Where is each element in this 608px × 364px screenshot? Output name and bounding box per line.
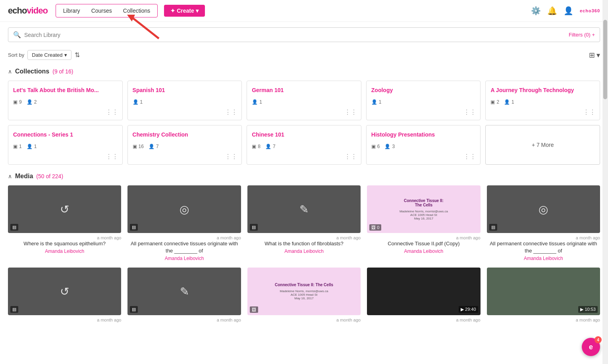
media-card[interactable]: ✎ ▤ a month ago What is the function of … <box>247 185 361 261</box>
collection-name: Chinese 101 <box>252 131 356 138</box>
media-author: Amanda Leibovich <box>8 248 121 254</box>
header: echovideo Library Courses Collections ✦ … <box>0 0 608 22</box>
card-menu-icon[interactable]: ⋮⋮ <box>344 108 357 116</box>
grid-toggle[interactable]: ⊞ ▾ <box>589 51 600 60</box>
video-icon: ▣ <box>371 144 376 149</box>
media-card[interactable]: ◎ ▤ a month ago All permanent connective… <box>487 185 600 261</box>
media-card[interactable]: Connective Tissue II:The Cells Madeleine… <box>367 185 480 261</box>
media-card[interactable]: ↺ ▤ a month ago Where is the squamous ep… <box>8 185 121 261</box>
user-icon[interactable]: 👤 <box>564 6 573 15</box>
nav-collections[interactable]: Collections <box>118 6 155 15</box>
media-title: What is the function of fibroblasts? <box>247 240 361 247</box>
collection-card[interactable]: Chinese 101 ▣ 8 👤 7 ⋮⋮ <box>247 125 361 165</box>
main-content: ∧ Collections (9 of 16) Let's Talk About… <box>0 68 608 322</box>
collection-meta: 👤 1 <box>371 99 476 105</box>
card-menu-icon[interactable]: ⋮⋮ <box>463 153 476 160</box>
slide-preview: Connective Tissue II:The Cells Madeleine… <box>367 185 480 233</box>
media-thumbnail: ↺ ▤ <box>8 268 121 315</box>
media-thumbnail: ◎ ▤ <box>487 185 600 233</box>
collection-card[interactable]: A Journey Through Technology ▣ 2 👤 1 ⋮⋮ <box>485 81 600 120</box>
media-card[interactable]: ▶ 29:40 a month ago <box>367 268 480 322</box>
video-count: 6 <box>377 144 380 149</box>
collection-card[interactable]: Spanish 101 👤 1 ⋮⋮ <box>127 81 242 120</box>
media-thumbnail: ▶ 29:40 <box>367 268 480 315</box>
quiz-icon: ▤ <box>12 225 16 230</box>
collection-card[interactable]: Let's Talk About the British Mo... ▣ 9 👤… <box>8 81 123 120</box>
user-icon: 👤 <box>149 144 154 149</box>
user-icon: 👤 <box>384 144 390 149</box>
image-count: 0 <box>377 225 379 230</box>
card-menu-icon[interactable]: ⋮⋮ <box>106 108 118 116</box>
user-count: 7 <box>156 144 159 149</box>
sort-select[interactable]: Date Created ▾ <box>27 50 71 60</box>
video-duration: ▶ 10:53 <box>578 306 598 313</box>
card-menu-icon[interactable]: ⋮⋮ <box>344 153 357 160</box>
collection-card[interactable]: Zoology 👤 1 ⋮⋮ <box>366 81 481 120</box>
slide-preview: Connective Tissue II: The Cells Madelein… <box>247 268 361 315</box>
collection-name: Chemistry Collection <box>133 131 237 138</box>
search-bar: 🔍 Filters (0) + <box>8 27 600 42</box>
media-grid: ↺ ▤ a month ago Where is the squamous ep… <box>8 185 600 261</box>
media-title: All permanent connective tissues origina… <box>127 240 241 254</box>
user-count: 1 <box>259 99 262 105</box>
media-card[interactable]: ▶ 10:53 a month ago <box>487 268 600 322</box>
user-icon: 👤 <box>252 99 258 105</box>
media-title: Media <box>15 173 33 180</box>
sort-label: Sort by <box>8 52 24 58</box>
nav: Library Courses Collections <box>56 4 158 17</box>
nav-library[interactable]: Library <box>58 6 85 15</box>
collection-name: Connections - Series 1 <box>13 131 118 138</box>
search-input[interactable] <box>24 32 569 38</box>
sort-order-icon[interactable]: ⇅ <box>75 51 80 59</box>
collection-meta: ▣ 9 👤 2 <box>13 99 118 105</box>
collection-name: Let's Talk About the British Mo... <box>13 87 118 94</box>
card-menu-icon[interactable]: ⋮⋮ <box>225 108 237 116</box>
media-card[interactable]: ◎ ▤ a month ago All permanent connective… <box>127 185 241 261</box>
collection-card[interactable]: Connections - Series 1 ▣ 1 👤 1 ⋮⋮ <box>8 125 123 165</box>
card-menu-icon[interactable]: ⋮⋮ <box>106 153 118 160</box>
video-duration: ▶ 29:40 <box>459 306 478 313</box>
scrollbar-thumb[interactable] <box>603 20 607 99</box>
video-count: 16 <box>139 144 144 149</box>
user-count: 1 <box>379 99 382 105</box>
media-chevron[interactable]: ∧ <box>8 173 12 179</box>
video-icon: ▣ <box>133 144 137 149</box>
collection-card[interactable]: Histology Presentations ▣ 6 👤 3 ⋮⋮ <box>366 125 481 165</box>
media-card[interactable]: ✎ ▤ a month ago <box>127 268 241 322</box>
user-icon: 👤 <box>27 99 33 105</box>
collection-card[interactable]: German 101 👤 1 ⋮⋮ <box>247 81 361 120</box>
media-card[interactable]: Connective Tissue II: The Cells Madelein… <box>247 268 361 322</box>
quiz-icon: ▤ <box>132 225 136 230</box>
collection-meta: ▣ 2 👤 1 <box>490 99 595 105</box>
more-collections-card[interactable]: + 7 More <box>485 125 600 165</box>
media-type-badge: ▤ <box>10 224 18 231</box>
collection-name: German 101 <box>252 87 356 94</box>
settings-icon[interactable]: ⚙️ <box>531 6 541 15</box>
nav-courses[interactable]: Courses <box>87 6 117 15</box>
media-type-badge: ▤ <box>489 224 497 231</box>
user-icon: 👤 <box>27 144 33 149</box>
media-card[interactable]: ↺ ▤ a month ago <box>8 268 121 322</box>
collection-name: Histology Presentations <box>371 131 476 138</box>
scrollbar-track[interactable] <box>602 0 608 330</box>
collection-meta: ▣ 8 👤 7 <box>252 144 356 149</box>
collections-title: Collections <box>15 68 49 75</box>
collections-chevron[interactable]: ∧ <box>8 68 12 75</box>
bell-icon[interactable]: 🔔 <box>547 6 557 15</box>
sort-row: Sort by Date Created ▾ ⇅ ⊞ ▾ <box>0 48 608 64</box>
media-title: Where is the squamous epithelium? <box>8 240 121 247</box>
logo[interactable]: echovideo <box>8 6 48 16</box>
filters-button[interactable]: Filters (0) + <box>569 32 595 38</box>
media-section-header: ∧ Media (50 of 224) <box>8 173 600 180</box>
media-title: Connective Tissue II.pdf (Copy) <box>367 240 480 247</box>
media-thumbnail: Connective Tissue II: The Cells Madelein… <box>247 268 361 315</box>
create-button[interactable]: ✦ Create ▾ <box>164 5 205 17</box>
media-timestamp: a month ago <box>487 235 600 240</box>
edit-icon: ✎ <box>180 285 189 298</box>
card-menu-icon[interactable]: ⋮⋮ <box>463 108 476 116</box>
edit-icon: ✎ <box>299 203 309 216</box>
card-menu-icon[interactable]: ⋮⋮ <box>225 153 237 160</box>
collection-card[interactable]: Chemistry Collection ▣ 16 👤 7 ⋮⋮ <box>127 125 242 165</box>
card-menu-icon[interactable]: ⋮⋮ <box>583 108 596 116</box>
media-type-badge: 🖼 <box>250 306 258 313</box>
